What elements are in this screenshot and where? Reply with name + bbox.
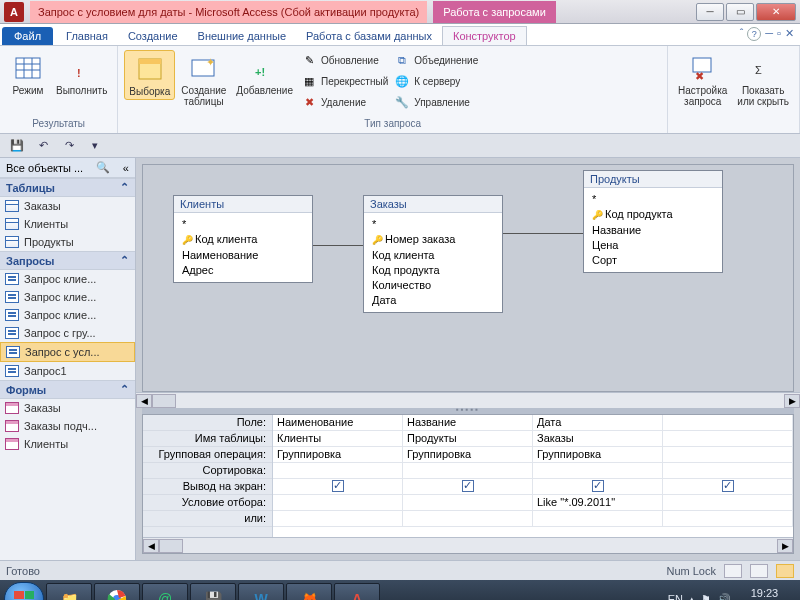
taskbar-access[interactable]: A — [334, 583, 380, 600]
redo-icon[interactable]: ↷ — [58, 136, 80, 156]
splitter[interactable] — [142, 408, 794, 414]
help-icon[interactable]: ? — [747, 27, 761, 41]
table-box[interactable]: Клиенты*Код клиентаНаименованиеАдрес — [173, 195, 313, 283]
nav-group-forms[interactable]: Формы⌃ — [0, 380, 135, 399]
showhide-button[interactable]: Σ Показать или скрыть — [733, 50, 793, 109]
nav-query-item[interactable]: Запрос с гру... — [0, 324, 135, 342]
crosstab-button[interactable]: ▦Перекрестный — [299, 71, 390, 91]
grid-cell[interactable] — [663, 511, 793, 526]
maketable-button[interactable]: ✦ Создание таблицы — [177, 50, 230, 109]
tray-volume-icon[interactable]: 🔊 — [717, 593, 731, 601]
table-box[interactable]: Заказы*Номер заказаКод клиентаКод продук… — [363, 195, 503, 313]
tray-chevron-icon[interactable]: ▴ — [689, 593, 695, 601]
scroll-thumb[interactable] — [152, 394, 176, 408]
taskbar-word[interactable]: W — [238, 583, 284, 600]
taskbar-firefox[interactable]: 🦊 — [286, 583, 332, 600]
select-query-button[interactable]: Выборка — [124, 50, 175, 100]
querysetup-button[interactable]: ✖ Настройка запроса — [674, 50, 731, 109]
tab-database[interactable]: Работа с базами данных — [296, 27, 442, 45]
grid-scrollbar[interactable]: ◀ ▶ — [143, 537, 793, 553]
grid-cell[interactable] — [533, 463, 663, 478]
mdi-minimize-icon[interactable]: ─ — [765, 27, 773, 41]
nav-header[interactable]: Все объекты ... 🔍 « — [0, 158, 135, 178]
start-button[interactable] — [4, 582, 44, 600]
grid-cell[interactable]: Дата — [533, 415, 663, 430]
nav-query-item[interactable]: Запрос клие... — [0, 306, 135, 324]
grid-cell[interactable]: Заказы — [533, 431, 663, 446]
datadef-button[interactable]: 🔧Управление — [392, 92, 480, 112]
ribbon-minimize-icon[interactable]: ˆ — [740, 27, 744, 41]
undo-icon[interactable]: ↶ — [32, 136, 54, 156]
grid-cell[interactable]: Группировка — [273, 447, 403, 462]
scroll-left-icon[interactable]: ◀ — [136, 394, 152, 408]
tab-external[interactable]: Внешние данные — [188, 27, 296, 45]
grid-cell[interactable] — [663, 479, 793, 494]
design-view-button[interactable] — [776, 564, 794, 578]
nav-table-item[interactable]: Продукты — [0, 233, 135, 251]
grid-cell[interactable] — [273, 511, 403, 526]
sql-view-button[interactable] — [750, 564, 768, 578]
grid-cell[interactable]: Наименование — [273, 415, 403, 430]
grid-cell[interactable] — [403, 463, 533, 478]
table-diagram[interactable]: Клиенты*Код клиентаНаименованиеАдресЗака… — [142, 164, 794, 392]
view-button[interactable]: Режим — [6, 50, 50, 98]
grid-cell[interactable]: Группировка — [403, 447, 533, 462]
grid-cell[interactable]: Клиенты — [273, 431, 403, 446]
taskbar-explorer[interactable]: 📁 — [46, 583, 92, 600]
grid-cell[interactable] — [403, 495, 533, 510]
nav-query-item[interactable]: Запрос клие... — [0, 270, 135, 288]
scroll-right-icon[interactable]: ▶ — [777, 539, 793, 553]
close-button[interactable]: ✕ — [756, 3, 796, 21]
taskbar-mail[interactable]: @ — [142, 583, 188, 600]
grid-cell[interactable] — [273, 495, 403, 510]
save-icon[interactable]: 💾 — [6, 136, 28, 156]
grid-cell[interactable] — [533, 479, 663, 494]
grid-cell[interactable] — [663, 463, 793, 478]
grid-cell[interactable] — [403, 511, 533, 526]
minimize-button[interactable]: ─ — [696, 3, 724, 21]
nav-group-tables[interactable]: Таблицы⌃ — [0, 178, 135, 197]
grid-cell[interactable] — [273, 479, 403, 494]
nav-query-item[interactable]: Запрос с усл... — [0, 342, 135, 362]
mdi-restore-icon[interactable]: ▫ — [777, 27, 781, 41]
append-button[interactable]: +! Добавление — [232, 50, 297, 98]
taskbar-save[interactable]: 💾 — [190, 583, 236, 600]
mdi-close-icon[interactable]: ✕ — [785, 27, 794, 41]
update-button[interactable]: ✎Обновление — [299, 50, 390, 70]
delete-button[interactable]: ✖Удаление — [299, 92, 390, 112]
grid-cell[interactable] — [663, 447, 793, 462]
collapse-nav-icon[interactable]: « — [123, 162, 129, 174]
grid-cell[interactable] — [533, 511, 663, 526]
clock[interactable]: 19:23 15.01.2014 — [737, 587, 792, 600]
scroll-left-icon[interactable]: ◀ — [143, 539, 159, 553]
scroll-right-icon[interactable]: ▶ — [784, 394, 800, 408]
nav-query-item[interactable]: Запрос1 — [0, 362, 135, 380]
grid-cell[interactable] — [663, 495, 793, 510]
grid-cell[interactable]: Like "*.09.2011" — [533, 495, 663, 510]
grid-cell[interactable] — [663, 415, 793, 430]
nav-form-item[interactable]: Заказы подч... — [0, 417, 135, 435]
grid-cell[interactable] — [273, 463, 403, 478]
nav-table-item[interactable]: Заказы — [0, 197, 135, 215]
passthrough-button[interactable]: 🌐К серверу — [392, 71, 480, 91]
table-box[interactable]: Продукты*Код продуктаНазваниеЦенаСорт — [583, 170, 723, 273]
tab-design[interactable]: Конструктор — [442, 26, 527, 45]
maximize-button[interactable]: ▭ — [726, 3, 754, 21]
nav-group-queries[interactable]: Запросы⌃ — [0, 251, 135, 270]
grid-cell[interactable]: Название — [403, 415, 533, 430]
grid-cell[interactable]: Продукты — [403, 431, 533, 446]
scroll-thumb[interactable] — [159, 539, 183, 553]
nav-form-item[interactable]: Клиенты — [0, 435, 135, 453]
nav-query-item[interactable]: Запрос клие... — [0, 288, 135, 306]
nav-form-item[interactable]: Заказы — [0, 399, 135, 417]
nav-table-item[interactable]: Клиенты — [0, 215, 135, 233]
run-button[interactable]: ! Выполнить — [52, 50, 111, 98]
grid-cell[interactable] — [663, 431, 793, 446]
tab-home[interactable]: Главная — [56, 27, 118, 45]
grid-cell[interactable] — [403, 479, 533, 494]
grid-cell[interactable]: Группировка — [533, 447, 663, 462]
tray-flag-icon[interactable]: ⚑ — [701, 593, 711, 601]
tab-file[interactable]: Файл — [2, 27, 53, 45]
qat-dropdown-icon[interactable]: ▾ — [84, 136, 106, 156]
tab-create[interactable]: Создание — [118, 27, 188, 45]
